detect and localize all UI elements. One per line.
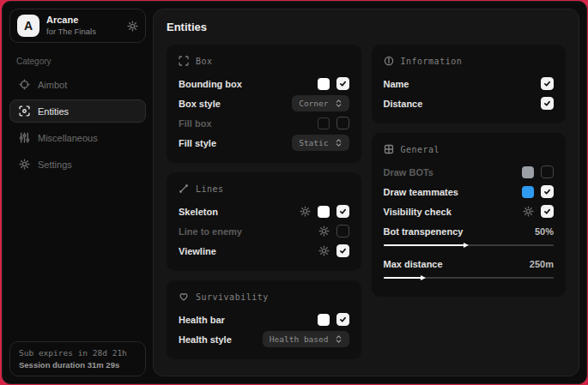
info-icon xyxy=(384,56,394,66)
dropdown-box-style[interactable]: Corner xyxy=(292,95,349,111)
setting-label: Line to enemy xyxy=(179,226,242,237)
category-label: Category xyxy=(16,57,139,66)
setting-row: Visibility check xyxy=(384,202,555,221)
checkbox-draw-bots[interactable] xyxy=(541,165,554,178)
card-header: Lines xyxy=(179,183,349,194)
color-swatch[interactable] xyxy=(522,186,534,198)
card-title: Box xyxy=(196,57,213,66)
setting-row: Distance xyxy=(384,93,555,113)
checkbox-distance[interactable] xyxy=(541,97,554,110)
dropdown-fill-style[interactable]: Static xyxy=(292,135,349,151)
setting-row: Name xyxy=(384,74,555,93)
row-settings-gear-icon[interactable] xyxy=(300,206,311,217)
gear-icon xyxy=(19,159,30,170)
setting-row: Max distance 250m xyxy=(384,256,555,273)
checkbox-line-to-enemy[interactable] xyxy=(336,225,349,238)
session-duration-text: Session duration 31m 29s xyxy=(19,360,136,370)
sidebar-item-aimbot[interactable]: Aimbot xyxy=(9,73,146,96)
sidebar-item-settings[interactable]: Settings xyxy=(9,153,146,176)
setting-controls xyxy=(522,185,554,198)
setting-controls: Static xyxy=(292,135,349,151)
sidebar-item-entities[interactable]: Entities xyxy=(9,99,146,123)
sidebar-item-label: Settings xyxy=(38,159,72,170)
color-swatch[interactable] xyxy=(318,78,330,90)
sub-expiry-text: Sub expires in 28d 21h xyxy=(19,348,136,358)
bounding-box-icon xyxy=(179,56,189,66)
setting-controls xyxy=(318,244,349,257)
sliders-icon xyxy=(19,132,30,143)
card-header: Box xyxy=(179,56,349,66)
sidebar-spacer xyxy=(9,176,146,341)
setting-row: Draw BOTs xyxy=(384,162,555,182)
checkbox-bounding-box[interactable] xyxy=(336,77,349,90)
checkbox-fill-box[interactable] xyxy=(336,117,349,129)
checkbox-viewline[interactable] xyxy=(336,244,349,257)
setting-label: Visibility check xyxy=(384,207,452,217)
slider-bot-transpenency[interactable] xyxy=(384,242,555,249)
chevrons-up-down-icon xyxy=(335,334,342,344)
slider-max-distance[interactable] xyxy=(384,274,555,281)
sidebar-item-label: Entities xyxy=(38,106,69,117)
card-columns: Box Bounding box Box style Corner Fill b… xyxy=(167,45,566,359)
slider-thumb[interactable] xyxy=(421,275,426,280)
brand-subtitle: for The Finals xyxy=(46,27,96,37)
color-swatch[interactable] xyxy=(318,206,330,218)
grid-icon xyxy=(384,144,394,154)
checkbox-visibility-check[interactable] xyxy=(541,205,554,218)
slider-setting: Max distance 250m xyxy=(384,254,555,286)
setting-label: Skeleton xyxy=(179,207,218,217)
setting-controls xyxy=(318,117,349,129)
setting-row: Fill style Static xyxy=(179,133,349,153)
setting-label: Fill style xyxy=(179,138,216,148)
row-settings-gear-icon[interactable] xyxy=(318,245,330,256)
setting-label: Viewline xyxy=(179,246,216,256)
card-box: Box Bounding box Box style Corner Fill b… xyxy=(167,45,361,163)
chevrons-up-down-icon xyxy=(335,138,342,147)
color-swatch[interactable] xyxy=(522,166,534,178)
setting-row: Fill box xyxy=(179,113,349,133)
setting-label: Box style xyxy=(179,99,221,109)
card-header: Information xyxy=(384,56,555,66)
setting-row: Health style Health based xyxy=(179,329,349,349)
checkbox-name[interactable] xyxy=(541,77,554,90)
crosshair-icon xyxy=(19,79,30,90)
checkbox-draw-teammates[interactable] xyxy=(541,185,554,198)
setting-label: Distance xyxy=(384,99,423,109)
brand-card: A Arcane for The Finals xyxy=(9,9,146,43)
row-settings-gear-icon[interactable] xyxy=(523,206,534,217)
heart-icon xyxy=(179,292,189,302)
slider-setting: Bot transpenency 50% xyxy=(384,221,555,254)
line-icon xyxy=(179,183,189,194)
setting-label: Draw teammates xyxy=(384,187,458,197)
card-title: General xyxy=(401,145,440,154)
page-title: Entities xyxy=(167,21,566,33)
setting-row: Bounding box xyxy=(179,74,349,93)
setting-controls: Health based xyxy=(263,331,349,347)
color-swatch[interactable] xyxy=(318,314,330,326)
setting-row: Skeleton xyxy=(179,202,349,221)
setting-controls xyxy=(318,77,349,90)
setting-controls xyxy=(318,313,349,326)
slider-fill xyxy=(384,277,423,279)
dropdown-health-style[interactable]: Health based xyxy=(263,331,349,347)
brand-settings-gear-icon[interactable] xyxy=(127,21,138,32)
slider-thumb[interactable] xyxy=(464,243,469,248)
dropdown-value: Health based xyxy=(270,334,329,344)
card-survivability: Survivability Health bar Health style He… xyxy=(167,280,361,359)
setting-label: Name xyxy=(384,79,409,89)
setting-label: Bounding box xyxy=(179,79,242,89)
left-column: Box Bounding box Box style Corner Fill b… xyxy=(167,45,361,359)
checkbox-skeleton[interactable] xyxy=(336,205,349,218)
setting-controls xyxy=(300,205,349,218)
entities-scan-icon xyxy=(19,105,30,117)
sidebar-item-miscellaneous[interactable]: Miscellaneous xyxy=(9,126,146,149)
card-title: Survivability xyxy=(196,292,269,302)
color-swatch[interactable] xyxy=(318,117,330,129)
card-general: General Draw BOTs Draw teammates Visibil… xyxy=(372,133,567,297)
checkbox-health-bar[interactable] xyxy=(336,313,349,326)
right-column: Information Name Distance General Draw B… xyxy=(372,45,567,297)
row-settings-gear-icon[interactable] xyxy=(318,226,330,237)
slider-value: 50% xyxy=(535,226,554,237)
setting-label: Health bar xyxy=(179,315,225,325)
setting-row: Health bar xyxy=(179,310,349,329)
